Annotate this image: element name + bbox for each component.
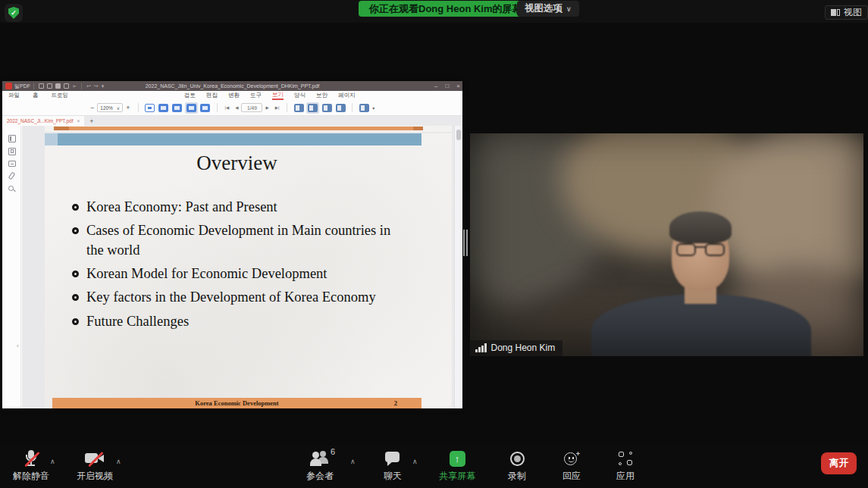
menu-file[interactable]: 파일 xyxy=(8,92,20,99)
divider xyxy=(287,103,287,112)
bookmarks-panel-icon[interactable] xyxy=(8,148,16,155)
divider xyxy=(352,103,353,112)
print-icon[interactable] xyxy=(64,83,69,89)
chat-options-chevron[interactable]: ∧ xyxy=(412,458,418,465)
document-tab-label: 2022_NASC_Ji...Kim_PPT.pdf xyxy=(7,118,73,124)
chevron-down-icon: ∨ xyxy=(117,105,120,111)
list-item: Cases of Economic Development in Main co… xyxy=(72,221,406,260)
document-scrollbar[interactable] xyxy=(454,126,462,408)
unmute-button[interactable]: 解除静音 xyxy=(11,446,52,488)
menu-drawing[interactable]: 드로잉 xyxy=(52,92,69,99)
panel-resize-handle[interactable] xyxy=(463,230,468,256)
menu-view-active[interactable]: 보기 xyxy=(272,91,284,100)
scroll-layout-selected[interactable] xyxy=(306,102,319,114)
start-video-label: 开启视频 xyxy=(77,471,113,480)
bullet-text: Cases of Economic Development in Main co… xyxy=(86,221,406,260)
minimize-icon[interactable]: – xyxy=(434,83,437,89)
menu-security[interactable]: 보안 xyxy=(316,92,327,99)
zoom-level-select[interactable]: 120% ∨ xyxy=(97,103,123,112)
chevron-down-icon[interactable]: ▾ xyxy=(372,105,374,111)
record-button[interactable]: 录制 xyxy=(499,446,535,488)
unmute-label: 解除静音 xyxy=(13,471,49,480)
reactions-button[interactable]: + 回应 xyxy=(553,446,590,488)
divider xyxy=(81,83,82,89)
apps-icon xyxy=(618,451,633,466)
continuous-view-selected[interactable] xyxy=(185,102,198,114)
fit-height-view-icon[interactable] xyxy=(172,104,182,112)
video-options-chevron[interactable]: ∧ xyxy=(116,458,121,465)
thumbnails-panel-icon[interactable] xyxy=(8,135,16,142)
fit-width-view-icon[interactable] xyxy=(158,104,168,112)
slide-header-band xyxy=(58,133,421,145)
zoom-out-button[interactable]: − xyxy=(87,104,97,111)
share-icon[interactable]: ➢ xyxy=(72,83,77,89)
four-page-layout-icon[interactable] xyxy=(336,104,346,112)
save-as-icon[interactable] xyxy=(55,83,61,89)
menu-page[interactable]: 페이지 xyxy=(338,92,356,99)
scrollbar-thumb[interactable] xyxy=(456,130,461,140)
slide-title: Overview xyxy=(52,152,421,175)
bullet-text: Future Challenges xyxy=(86,312,189,331)
menu-review[interactable]: 검토 xyxy=(184,92,196,99)
leave-meeting-button[interactable]: 离开 xyxy=(821,452,857,474)
participants-options-chevron[interactable]: ∧ xyxy=(350,458,356,465)
attachments-panel-icon[interactable] xyxy=(8,171,16,180)
open-file-icon[interactable] xyxy=(39,83,44,89)
menu-convert[interactable]: 변환 xyxy=(228,92,240,99)
record-label: 录制 xyxy=(508,471,526,480)
one-page-layout-icon[interactable] xyxy=(294,104,304,112)
share-screen-button[interactable]: ↑ 共享屏幕 xyxy=(434,446,481,488)
zoom-in-button[interactable]: + xyxy=(123,104,133,111)
first-page-button[interactable]: |◀ xyxy=(222,105,233,110)
watching-banner-text: 你正在观看Dong Heon Kim的屏幕 xyxy=(369,2,522,16)
comments-panel-icon[interactable] xyxy=(8,161,16,167)
tab-close-icon[interactable]: × xyxy=(77,118,80,124)
customize-toolbar-icon[interactable]: ▾ xyxy=(102,83,105,89)
bullet-icon xyxy=(72,204,79,211)
pdf-title-bar[interactable]: 알PDF ➢ ↩ ↪ ▾ 2022_NASC_Jilin_Univ_Korea_… xyxy=(2,81,462,91)
view-options-dropdown[interactable]: 视图选项 ∨ xyxy=(517,1,579,17)
bullet-icon xyxy=(72,294,79,301)
undo-icon[interactable]: ↩ xyxy=(86,83,91,89)
fit-page-view-icon[interactable] xyxy=(200,104,210,112)
document-tab-active[interactable]: 2022_NASC_Ji...Kim_PPT.pdf × xyxy=(2,116,84,126)
audio-options-chevron[interactable]: ∧ xyxy=(50,458,55,465)
single-page-view-icon[interactable] xyxy=(145,104,155,112)
maximize-icon[interactable]: □ xyxy=(445,83,449,89)
previous-slide-footer-bar xyxy=(54,127,423,130)
page-indicator-input[interactable]: 1/49 xyxy=(241,103,262,112)
next-page-button[interactable]: ▶ xyxy=(262,105,271,110)
new-tab-button[interactable]: + xyxy=(84,116,99,126)
split-view-icon[interactable] xyxy=(359,104,369,112)
apps-button[interactable]: 应用 xyxy=(607,446,644,488)
chevron-down-icon: ∨ xyxy=(566,5,572,13)
menu-form[interactable]: 양식 xyxy=(294,92,306,99)
search-panel-icon[interactable] xyxy=(8,186,14,191)
menu-tools[interactable]: 도구 xyxy=(250,92,262,99)
menu-home[interactable]: 홈 xyxy=(33,92,39,99)
shared-pdf-window: 알PDF ➢ ↩ ↪ ▾ 2022_NASC_Jilin_Univ_Korea_… xyxy=(2,81,462,408)
document-view[interactable]: Overview Korea Economy: Past and Present… xyxy=(22,126,454,408)
chat-button[interactable]: 聊天 xyxy=(374,446,411,488)
previous-page-button[interactable]: ◀ xyxy=(232,105,241,110)
save-icon[interactable] xyxy=(47,83,52,89)
menu-edit[interactable]: 편집 xyxy=(206,92,218,99)
sidebar-collapse-arrow[interactable]: ‹ xyxy=(17,343,19,349)
participants-button[interactable]: 6 参会者 xyxy=(300,446,340,488)
security-shield-button[interactable]: ✓ xyxy=(5,4,23,22)
participant-video[interactable]: Dong Heon Kim xyxy=(470,133,863,356)
start-video-button[interactable]: 开启视频 xyxy=(74,446,115,488)
close-icon[interactable]: × xyxy=(456,83,460,89)
divider xyxy=(138,103,139,112)
participant-name: Dong Heon Kim xyxy=(491,343,556,353)
microphone-muted-icon xyxy=(22,448,40,469)
last-page-button[interactable]: ▶| xyxy=(272,105,283,110)
chat-bubble-icon xyxy=(385,450,400,467)
two-page-layout-icon[interactable] xyxy=(322,104,332,112)
audio-level-icon xyxy=(475,343,487,352)
record-icon xyxy=(510,452,525,466)
list-item: Korea Economy: Past and Present xyxy=(72,198,406,217)
bullet-text: Korean Model for Economic Development xyxy=(86,264,327,283)
redo-icon[interactable]: ↪ xyxy=(94,83,99,89)
view-button[interactable]: 视图 xyxy=(825,5,868,20)
